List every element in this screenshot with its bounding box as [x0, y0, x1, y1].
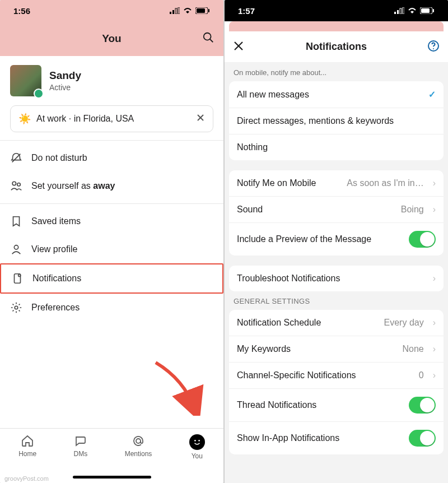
you-face-icon	[192, 438, 202, 446]
cell-value: Every day	[384, 318, 424, 328]
cellular-icon	[170, 7, 180, 14]
tab-label: DMs	[74, 450, 88, 458]
svg-rect-6	[208, 9, 209, 12]
cell-label: Notification Schedule	[237, 318, 379, 328]
option-nothing[interactable]: Nothing	[229, 134, 444, 160]
cell-label: Notify Me on Mobile	[237, 178, 341, 188]
profile-info: Sandy Active	[49, 69, 81, 92]
svg-point-20	[198, 440, 200, 442]
bookmark-icon	[10, 215, 22, 227]
menu-set-away[interactable]: Set yourself as away	[0, 172, 223, 200]
search-icon	[202, 31, 214, 44]
cell-channel-specific[interactable]: Channel-Specific Notifications 0 ›	[229, 362, 444, 388]
menu-label: Notifications	[32, 273, 81, 284]
svg-rect-22	[397, 10, 399, 14]
divider	[0, 203, 223, 204]
cell-value: 0	[419, 370, 424, 380]
cell-value: As soon as I'm in…	[347, 178, 423, 188]
toggle-switch[interactable]	[409, 397, 436, 414]
menu-label: Do not disturb	[31, 153, 87, 163]
search-button[interactable]	[202, 31, 214, 46]
menu-saved-items[interactable]: Saved items	[0, 207, 223, 235]
close-button[interactable]	[232, 40, 245, 54]
svg-rect-21	[394, 12, 396, 14]
mobile-group: Notify Me on Mobile As soon as I'm in… ›…	[229, 170, 444, 256]
cell-label: Thread Notifications	[237, 400, 403, 410]
svg-point-14	[14, 245, 18, 249]
menu-view-profile[interactable]: View profile	[0, 235, 223, 263]
home-indicator	[73, 476, 151, 479]
time-label: 1:56	[13, 6, 30, 16]
sheet: Notifications On mobile, notify me about…	[225, 31, 448, 483]
clear-status-button[interactable]	[196, 113, 205, 124]
section-caption: General Settings	[225, 291, 448, 310]
chevron-right-icon: ›	[433, 318, 436, 328]
tab-dms[interactable]: DMs	[74, 434, 88, 458]
tab-mentions[interactable]: Mentions	[125, 434, 152, 458]
battery-icon	[420, 7, 435, 14]
annotation-arrow	[150, 360, 206, 416]
svg-point-7	[204, 33, 211, 40]
cell-label: My Keywords	[237, 344, 396, 354]
cell-thread-notifications[interactable]: Thread Notifications	[229, 388, 444, 421]
toggle-switch[interactable]	[409, 231, 436, 248]
chevron-right-icon: ›	[433, 370, 436, 380]
page-title: You	[102, 32, 121, 45]
profile-icon	[10, 243, 22, 256]
profile-row[interactable]: Sandy Active	[0, 56, 223, 105]
cell-keywords[interactable]: My Keywords None ›	[229, 336, 444, 362]
help-button[interactable]	[427, 39, 440, 55]
notify-options-group: All new messages ✓ Direct messages, ment…	[229, 81, 444, 160]
chevron-right-icon: ›	[433, 178, 436, 188]
home-icon	[21, 434, 34, 448]
cell-value: None	[402, 344, 423, 354]
status-text: At work · in Florida, USA	[36, 114, 134, 124]
mentions-icon	[132, 434, 145, 448]
tab-home[interactable]: Home	[18, 434, 36, 458]
svg-rect-0	[170, 12, 171, 14]
cell-label: Show In-App Notifications	[237, 433, 403, 443]
chevron-right-icon: ›	[433, 273, 436, 284]
svg-rect-2	[175, 8, 177, 14]
tab-label: Home	[18, 450, 36, 458]
option-all-messages[interactable]: All new messages ✓	[229, 81, 444, 108]
gear-icon	[10, 301, 22, 314]
svg-point-18	[136, 439, 141, 443]
cell-label: Direct messages, mentions & keywords	[237, 116, 436, 126]
svg-rect-15	[15, 274, 21, 284]
cell-notify-mobile[interactable]: Notify Me on Mobile As soon as I'm in… ›	[229, 170, 444, 196]
svg-rect-26	[421, 8, 430, 13]
cell-sound[interactable]: Sound Boing ›	[229, 196, 444, 222]
general-group: Notification Schedule Every day › My Key…	[229, 310, 444, 454]
away-icon	[10, 180, 22, 192]
option-dm-mentions[interactable]: Direct messages, mentions & keywords	[229, 108, 444, 134]
cell-schedule[interactable]: Notification Schedule Every day ›	[229, 310, 444, 336]
cell-preview[interactable]: Include a Preview of the Message	[229, 222, 444, 256]
svg-rect-27	[433, 9, 434, 12]
toggle-switch[interactable]	[409, 430, 436, 447]
menu-label: Set yourself as away	[31, 181, 115, 191]
background-peek	[229, 21, 444, 31]
menu-label: View profile	[31, 244, 77, 254]
menu-do-not-disturb[interactable]: Do not disturb	[0, 144, 223, 172]
svg-point-16	[18, 274, 21, 276]
tab-you[interactable]: You	[189, 434, 205, 460]
wifi-icon	[408, 7, 417, 14]
svg-rect-1	[172, 10, 174, 14]
cell-inapp-notifications[interactable]: Show In-App Notifications	[229, 421, 444, 454]
profile-presence: Active	[49, 83, 81, 92]
check-icon: ✓	[428, 89, 436, 100]
profile-name: Sandy	[49, 69, 81, 82]
battery-icon	[195, 7, 210, 14]
menu-preferences[interactable]: Preferences	[0, 294, 223, 322]
phone-you-screen: 1:56 You Sandy Active ☀️ At work · in Fl…	[0, 0, 223, 483]
cell-troubleshoot[interactable]: Troubleshoot Notifications ›	[229, 266, 444, 291]
cellular-icon	[394, 7, 404, 14]
wifi-icon	[183, 7, 192, 14]
help-icon	[427, 39, 440, 53]
status-bar: 1:57	[225, 0, 448, 21]
svg-point-17	[15, 306, 18, 309]
menu-notifications[interactable]: Notifications	[0, 263, 223, 294]
status-box[interactable]: ☀️ At work · in Florida, USA	[10, 105, 213, 132]
time-label: 1:57	[238, 6, 255, 16]
